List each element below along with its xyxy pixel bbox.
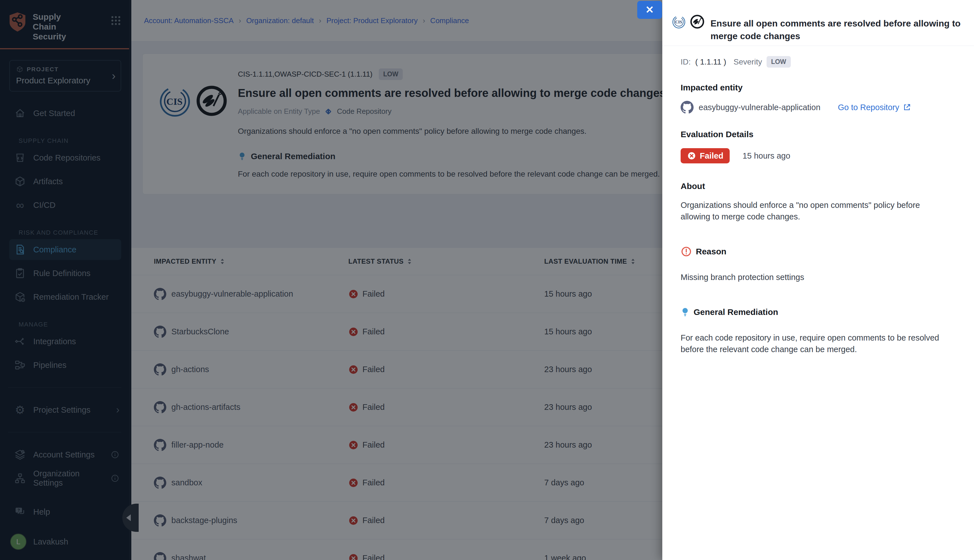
- reason-heading: Reason: [696, 247, 726, 256]
- general-remediation-text: For each code repository in use, require…: [680, 332, 947, 355]
- failed-label: Failed: [700, 151, 724, 160]
- entity-name: easybuggy-vulnerable-application: [699, 103, 821, 112]
- reason-text: Missing branch protection settings: [680, 272, 937, 283]
- github-icon: [680, 101, 694, 114]
- cis-logo-icon: CIS: [672, 15, 686, 29]
- general-remediation-heading: General Remediation: [694, 307, 778, 317]
- external-link-icon: [903, 103, 911, 112]
- failed-circle-x-icon: [687, 151, 696, 160]
- severity-label: Severity: [734, 57, 762, 67]
- id-value: ( 1.1.11 ): [695, 57, 726, 67]
- go-to-repository-link[interactable]: Go to Repository: [838, 103, 911, 112]
- lightbulb-icon: [680, 307, 690, 317]
- drawer-header: CIS Ensure all open comments are resolve…: [662, 0, 974, 46]
- impacted-entity-heading: Impacted entity: [680, 83, 960, 92]
- supply-chain-security-app: Supply Chain Security PROJECT Product Ex…: [0, 0, 974, 560]
- drawer-title: Ensure all open comments are resolved be…: [710, 17, 963, 43]
- svg-text:CIS: CIS: [675, 20, 682, 24]
- evaluated-time: 15 hours ago: [743, 151, 790, 160]
- drawer-close-button[interactable]: ✕: [637, 1, 662, 19]
- id-label: ID:: [680, 57, 691, 67]
- rule-detail-drawer: CIS Ensure all open comments are resolve…: [662, 0, 974, 560]
- about-heading: About: [680, 182, 960, 191]
- evaluation-details-heading: Evaluation Details: [680, 130, 960, 139]
- severity-badge: LOW: [767, 56, 791, 68]
- owasp-logo-icon: [690, 14, 705, 29]
- failed-badge: Failed: [680, 148, 730, 163]
- drawer-body: ID: ( 1.1.11 ) Severity LOW Impacted ent…: [662, 46, 974, 355]
- alert-circle-icon: [680, 246, 692, 257]
- about-text: Organizations should enforce a "no open …: [680, 200, 937, 223]
- close-icon: ✕: [645, 4, 654, 16]
